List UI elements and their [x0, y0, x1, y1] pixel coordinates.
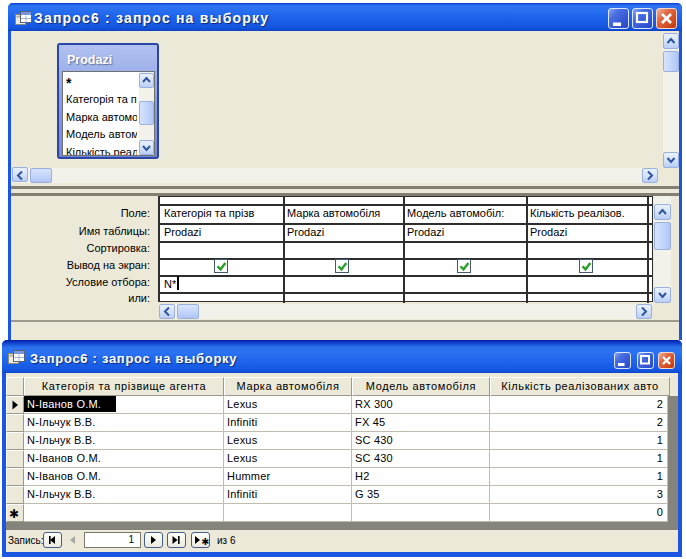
svg-text:✱: ✱ — [202, 536, 210, 547]
svg-text:✱: ✱ — [9, 507, 19, 521]
